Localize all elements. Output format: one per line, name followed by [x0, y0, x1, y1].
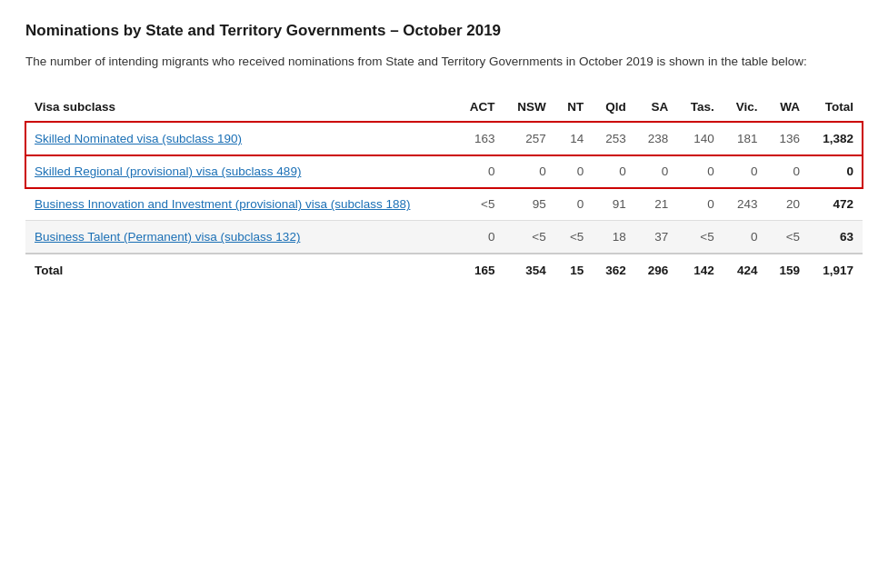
cell-value: 0	[555, 155, 594, 188]
visa-link[interactable]: Skilled Nominated visa (subclass 190)	[35, 132, 242, 145]
col-header-nt: NT	[555, 93, 594, 122]
cell-value: 0	[677, 188, 723, 221]
cell-value: 95	[504, 188, 554, 221]
cell-visa-name[interactable]: Business Innovation and Investment (prov…	[25, 188, 456, 221]
cell-value: 0	[809, 155, 863, 188]
total-value: 142	[677, 254, 723, 286]
cell-value: 0	[723, 155, 767, 188]
total-value: 1,917	[809, 254, 863, 286]
cell-value: 253	[593, 122, 635, 155]
col-header-act: ACT	[456, 93, 504, 122]
cell-value: 0	[456, 221, 504, 254]
col-header-visa: Visa subclass	[25, 93, 456, 122]
visa-link[interactable]: Skilled Regional (provisional) visa (sub…	[35, 164, 301, 178]
col-header-tas: Tas.	[677, 93, 723, 122]
cell-value: <5	[555, 221, 594, 254]
cell-value: 63	[809, 221, 863, 254]
cell-value: 0	[456, 155, 504, 188]
cell-value: 0	[635, 155, 678, 188]
cell-value: 136	[767, 122, 810, 155]
col-header-vic: Vic.	[723, 93, 767, 122]
cell-value: 238	[635, 122, 678, 155]
col-header-wa: WA	[767, 93, 810, 122]
cell-value: 181	[723, 122, 767, 155]
cell-value: 0	[593, 155, 635, 188]
table-row: Business Talent (Permanent) visa (subcla…	[25, 221, 863, 254]
cell-value: 140	[677, 122, 723, 155]
table-header-row: Visa subclass ACT NSW NT Qld SA Tas. Vic…	[25, 93, 863, 122]
col-header-qld: Qld	[593, 93, 635, 122]
total-value: 15	[555, 254, 594, 286]
cell-value: <5	[456, 188, 504, 221]
cell-value: 163	[456, 122, 504, 155]
total-value: 296	[635, 254, 678, 286]
col-header-total: Total	[809, 93, 863, 122]
table-row: Business Innovation and Investment (prov…	[25, 188, 863, 221]
cell-value: 0	[767, 155, 810, 188]
cell-value: 37	[635, 221, 678, 254]
cell-value: 14	[555, 122, 594, 155]
cell-value: 0	[555, 188, 594, 221]
cell-value: 0	[504, 155, 554, 188]
col-header-sa: SA	[635, 93, 678, 122]
total-value: 362	[593, 254, 635, 286]
cell-visa-name[interactable]: Skilled Nominated visa (subclass 190)	[25, 122, 456, 155]
cell-value: 21	[635, 188, 678, 221]
cell-value: 20	[767, 188, 810, 221]
cell-value: <5	[677, 221, 723, 254]
cell-value: <5	[767, 221, 810, 254]
total-label: Total	[25, 254, 456, 286]
total-value: 159	[767, 254, 810, 286]
table-row: Skilled Nominated visa (subclass 190)163…	[25, 122, 863, 155]
nominations-table: Visa subclass ACT NSW NT Qld SA Tas. Vic…	[25, 93, 863, 286]
cell-value: 1,382	[809, 122, 863, 155]
cell-value: 0	[677, 155, 723, 188]
cell-visa-name[interactable]: Business Talent (Permanent) visa (subcla…	[25, 221, 456, 254]
page-title: Nominations by State and Territory Gover…	[25, 22, 863, 40]
visa-link[interactable]: Business Talent (Permanent) visa (subcla…	[35, 230, 300, 244]
visa-link[interactable]: Business Innovation and Investment (prov…	[35, 197, 410, 211]
cell-value: 257	[504, 122, 554, 155]
page-description: The number of intending migrants who rec…	[25, 53, 843, 71]
cell-value: 18	[593, 221, 635, 254]
total-value: 354	[504, 254, 554, 286]
cell-value: 243	[723, 188, 767, 221]
cell-value: 472	[809, 188, 863, 221]
col-header-nsw: NSW	[504, 93, 554, 122]
cell-value: 91	[593, 188, 635, 221]
total-value: 424	[723, 254, 767, 286]
total-row: Total165354153622961424241591,917	[25, 254, 863, 286]
cell-value: <5	[504, 221, 554, 254]
table-row: Skilled Regional (provisional) visa (sub…	[25, 155, 863, 188]
cell-visa-name[interactable]: Skilled Regional (provisional) visa (sub…	[25, 155, 456, 188]
total-value: 165	[456, 254, 504, 286]
cell-value: 0	[723, 221, 767, 254]
